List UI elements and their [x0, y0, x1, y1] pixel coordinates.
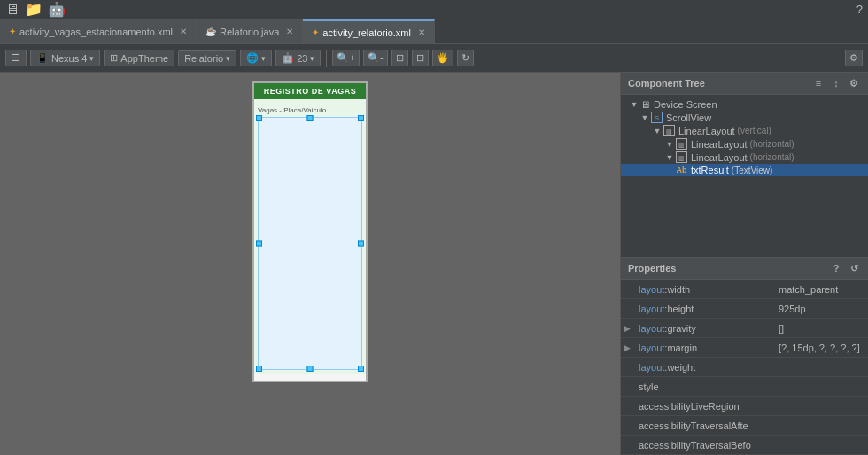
tree-toggle-linear1[interactable]: ▼ — [651, 127, 663, 135]
chevron-down-icon-4: ▾ — [310, 54, 314, 63]
linearlayout-horiz2-icon: ▥ — [676, 151, 687, 163]
prop-key-width: layout:width — [633, 282, 775, 297]
tree-icon-3[interactable]: ⚙ — [847, 76, 861, 90]
layout-icon: ⊞ — [110, 52, 118, 64]
api-selector[interactable]: 🤖 23 ▾ — [275, 50, 321, 66]
settings-icon: ⚙ — [849, 52, 858, 64]
tab-close-1[interactable]: ✕ — [180, 27, 187, 36]
activity-selector[interactable]: Relatorio ▾ — [178, 50, 236, 66]
prop-row-margin[interactable]: ▶ layout:margin [?, 15dp, ?, ?, ?, ?] — [621, 338, 868, 358]
layout-selector[interactable]: ⊞ AppTheme — [104, 50, 174, 66]
handle-bottom-right[interactable] — [358, 366, 364, 372]
component-tree-title: Component Tree — [628, 78, 705, 89]
textview-icon: Ab — [676, 166, 687, 174]
prop-val-weight[interactable] — [775, 366, 868, 369]
prop-key-style: style — [633, 380, 775, 394]
scrollview-icon: S — [651, 112, 663, 123]
chevron-down-icon-3: ▾ — [261, 54, 266, 63]
prop-key-accessibility-before: accessibilityTraversalBefo — [633, 438, 775, 452]
settings-button[interactable]: ⚙ — [845, 50, 863, 66]
handle-top-middle[interactable] — [307, 115, 314, 121]
app-icon-1: 🖥 — [5, 2, 19, 18]
tree-icon-2[interactable]: ↕ — [829, 76, 843, 90]
tree-item-linearlayout-vert[interactable]: ▼ ▤ LinearLayout (vertical) — [621, 124, 868, 137]
prop-val-width[interactable]: match_parent — [775, 282, 868, 297]
prop-val-style[interactable] — [775, 385, 868, 389]
pan-button[interactable]: 🖐 — [432, 50, 453, 66]
handle-bottom-left[interactable] — [256, 366, 262, 372]
zoom-actual-button[interactable]: ⊟ — [412, 50, 429, 66]
prop-val-accessibility-live[interactable] — [775, 405, 868, 408]
tab-close-3[interactable]: ✕ — [418, 27, 425, 37]
tree-label-linear3: LinearLayout — [691, 152, 748, 163]
component-tree-container: ▼ 🖥 Device Screen ▼ S ScrollView ▼ ▤ Lin… — [621, 95, 868, 257]
tab-relatorio-java[interactable]: ☕ Relatorio.java ✕ — [197, 19, 303, 43]
tree-item-scrollview[interactable]: ▼ S ScrollView — [621, 111, 868, 124]
help-icon[interactable]: ? — [856, 3, 863, 16]
tree-toggle-device[interactable]: ▼ — [628, 100, 640, 109]
toolbar-separator-1 — [326, 50, 327, 67]
device-header-text: REGISTRO DE VAGAS — [264, 87, 356, 96]
prop-row-accessibility-after: accessibilityTraversalAfte — [621, 416, 868, 436]
tree-item-linearlayout-horiz2[interactable]: ▼ ▥ LinearLayout (horizontal) — [621, 150, 868, 164]
prop-val-accessibility-before[interactable] — [775, 443, 868, 447]
prop-val-height[interactable]: 925dp — [775, 302, 868, 316]
pan-icon: 🖐 — [437, 52, 449, 64]
tree-toggle-linear2[interactable]: ▼ — [663, 140, 676, 149]
zoom-in-button[interactable]: 🔍+ — [332, 50, 359, 66]
tree-item-linearlayout-horiz1[interactable]: ▼ ▥ LinearLayout (horizontal) — [621, 137, 868, 150]
prop-key-gravity: layout:gravity — [633, 321, 775, 335]
refresh-button[interactable]: ↻ — [457, 50, 474, 66]
handle-top-right[interactable] — [358, 115, 364, 121]
properties-panel: Properties ? ↺ layout:width match_parent… — [621, 257, 868, 455]
prop-row-style: style — [621, 377, 868, 397]
handle-middle-left[interactable] — [256, 241, 262, 247]
locale-selector[interactable]: 🌐 ▾ — [240, 50, 272, 66]
device-screen-icon: 🖥 — [640, 99, 650, 110]
tree-label-device: Device Screen — [654, 99, 717, 110]
zoom-actual-icon: ⊟ — [416, 52, 424, 64]
menu-icon: ☰ — [12, 52, 20, 64]
prop-toggle-margin[interactable]: ▶ — [621, 343, 633, 352]
right-panel: Component Tree ≡ ↕ ⚙ ▼ 🖥 Device Screen ▼… — [620, 73, 868, 455]
zoom-fit-icon: ⊡ — [396, 52, 404, 64]
props-help-icon[interactable]: ? — [829, 261, 843, 275]
nexus-selector[interactable]: 📱 Nexus 4 ▾ — [30, 50, 100, 66]
tab-activity-relatorio[interactable]: ✦ activity_relatorio.xml ✕ — [303, 19, 435, 43]
tree-item-device[interactable]: ▼ 🖥 Device Screen — [621, 98, 868, 111]
tree-toggle-scroll[interactable]: ▼ — [639, 113, 651, 122]
zoom-out-icon: 🔍- — [368, 52, 384, 64]
handle-middle-right[interactable] — [358, 241, 364, 247]
tree-label-linear1: LinearLayout — [678, 126, 735, 136]
device-frame: REGISTRO DE VAGAS Vagas - Placa/Vaiculo — [252, 81, 368, 382]
prop-key-height: layout:height — [633, 302, 775, 316]
prop-val-margin[interactable]: [?, 15dp, ?, ?, ?, ?] — [775, 341, 868, 355]
device-content-area[interactable] — [258, 117, 362, 370]
tab-activity-vagas[interactable]: ✦ activity_vagas_estacionamento.xml ✕ — [0, 19, 197, 43]
zoom-fit-button[interactable]: ⊡ — [391, 50, 408, 66]
tree-sublabel-linear3: (horizontal) — [750, 152, 794, 162]
handle-top-left[interactable] — [256, 115, 262, 121]
tab-close-2[interactable]: ✕ — [286, 27, 293, 36]
prop-toggle-gravity[interactable]: ▶ — [621, 324, 633, 333]
prop-key-weight: layout:weight — [633, 360, 775, 374]
refresh-icon: ↻ — [461, 52, 469, 64]
tree-label-txtresult: txtResult — [691, 165, 729, 175]
props-reset-icon[interactable]: ↺ — [847, 261, 861, 275]
toolbar-menu[interactable]: ☰ — [5, 50, 27, 66]
toolbar: ☰ 📱 Nexus 4 ▾ ⊞ AppTheme Relatorio ▾ 🌐 ▾… — [0, 44, 868, 73]
component-tree-header: Component Tree ≡ ↕ ⚙ — [621, 73, 868, 95]
device-header: REGISTRO DE VAGAS — [254, 83, 366, 99]
tree-toggle-linear3[interactable]: ▼ — [663, 153, 676, 162]
chevron-down-icon: ▾ — [89, 54, 94, 63]
tree-icon-1[interactable]: ≡ — [811, 76, 825, 90]
properties-title: Properties — [628, 263, 676, 274]
device-label: Vagas - Placa/Vaiculo — [258, 104, 326, 116]
tree-item-txtresult[interactable]: Ab txtResult (TextView) — [621, 164, 868, 176]
handle-bottom-middle[interactable] — [307, 366, 314, 372]
zoom-out-button[interactable]: 🔍- — [363, 50, 388, 66]
prop-row-height: layout:height 925dp — [621, 299, 868, 319]
prop-val-accessibility-after[interactable] — [775, 424, 868, 428]
prop-row-gravity[interactable]: ▶ layout:gravity [] — [621, 319, 868, 338]
prop-val-gravity[interactable]: [] — [775, 321, 868, 335]
